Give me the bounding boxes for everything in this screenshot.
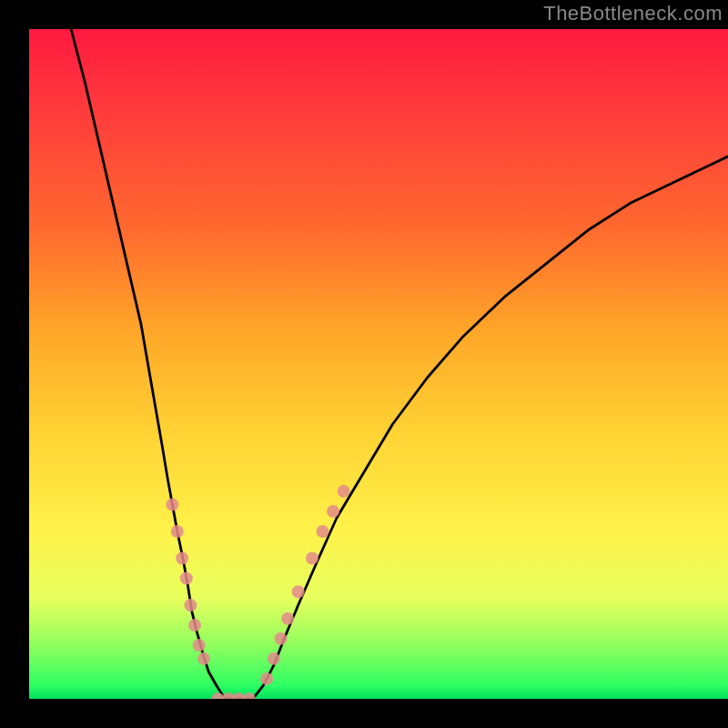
data-point-marker [180, 572, 193, 585]
data-point-marker [292, 585, 305, 598]
data-point-marker [193, 639, 206, 652]
plot-area [29, 29, 728, 699]
data-point-marker [281, 612, 294, 625]
data-point-marker [197, 652, 210, 665]
bottleneck-curve [71, 29, 728, 699]
data-point-marker [211, 693, 224, 699]
data-point-marker [222, 693, 235, 699]
data-point-marker [338, 485, 350, 498]
bottleneck-chart: TheBottleneck.com [0, 0, 728, 728]
data-point-marker [260, 672, 273, 685]
data-point-marker [184, 599, 197, 612]
data-point-marker [243, 693, 256, 699]
data-point-marker [232, 693, 245, 699]
data-point-marker [188, 619, 201, 632]
data-point-marker [166, 499, 178, 511]
data-point-marker [171, 525, 184, 538]
data-point-marker [327, 505, 339, 518]
data-point-marker [176, 551, 188, 564]
watermark-text: TheBottleneck.com [543, 2, 723, 25]
data-point-marker [274, 632, 287, 645]
chart-svg [29, 29, 728, 699]
data-point-marker [317, 525, 329, 538]
data-point-marker [306, 551, 318, 564]
data-point-marker [268, 652, 280, 665]
